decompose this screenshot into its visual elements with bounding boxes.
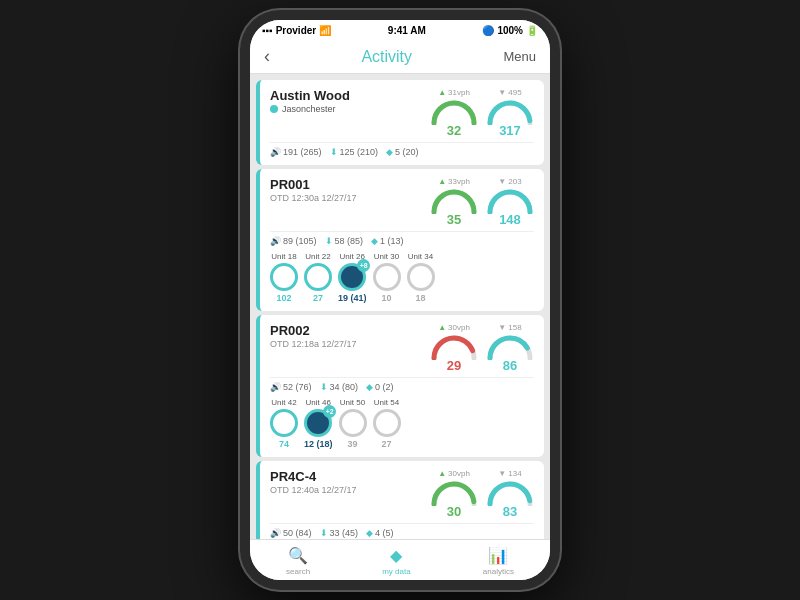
unit-18-circle (270, 263, 298, 291)
bottom-nav: 🔍 search ◆ my data 📊 analytics (250, 539, 550, 580)
stat-value-1: 50 (84) (283, 528, 312, 538)
stat-value-2: 58 (85) (335, 236, 364, 246)
stat-item-2: ⬇ 125 (210) (330, 147, 379, 157)
mic-icon: 🔊 (270, 147, 281, 157)
card-header: PR001 OTD 12:30a 12/27/17 ▲ 33vph (270, 177, 534, 227)
unit-34-label: Unit 34 (408, 252, 433, 261)
gauge-speed-visual (430, 332, 478, 360)
stat-item-3: ◆ 5 (20) (386, 147, 419, 157)
unit-46[interactable]: Unit 46 +2 12 (18) (304, 398, 333, 449)
units-row-pr002: Unit 42 74 Unit 46 +2 12 (18) Unit 50 (270, 398, 534, 449)
gauge-count-visual (486, 186, 534, 214)
stat-value-3: 5 (20) (395, 147, 419, 157)
mic-icon: 🔊 (270, 528, 281, 538)
nav-search-label: search (286, 567, 310, 576)
stat-value-1: 52 (76) (283, 382, 312, 392)
gauges-row: ▲ 30vph 29 ▼ (430, 323, 534, 373)
unit-54[interactable]: Unit 54 27 (373, 398, 401, 449)
unit-46-circle: +2 (304, 409, 332, 437)
stat-value-3: 1 (13) (380, 236, 404, 246)
gauge-count-label: ▼ 495 (498, 88, 521, 97)
unit-34-circle (407, 263, 435, 291)
card-pr001: PR001 OTD 12:30a 12/27/17 ▲ 33vph (256, 169, 544, 311)
unit-18[interactable]: Unit 18 102 (270, 252, 298, 303)
unit-50-circle (339, 409, 367, 437)
unit-50-label: Unit 50 (340, 398, 365, 407)
card-title: Austin Wood (270, 88, 350, 103)
gauge-speed-visual (430, 97, 478, 125)
gauge-speed-label: ▲ 31vph (438, 88, 470, 97)
unit-54-label: Unit 54 (374, 398, 399, 407)
gauge-count-value: 148 (499, 212, 521, 227)
gauge-count-label: ▼ 134 (498, 469, 521, 478)
unit-42[interactable]: Unit 42 74 (270, 398, 298, 449)
gauge-speed-visual (430, 186, 478, 214)
search-icon: 🔍 (288, 546, 308, 565)
nav-search[interactable]: 🔍 search (286, 546, 310, 576)
nav-bar: ‹ Activity Menu (250, 40, 550, 74)
nav-mydata[interactable]: ◆ my data (382, 546, 410, 576)
gauge-count-visual (486, 478, 534, 506)
stats-row: 🔊 89 (105) ⬇ 58 (85) ◆ 1 (13) (270, 236, 534, 246)
phone-shell: ▪▪▪ Provider 📶 9:41 AM 🔵 100% 🔋 ‹ Activi… (240, 10, 560, 590)
menu-button[interactable]: Menu (503, 49, 536, 64)
card-header: Austin Wood Jasonchester ▲ 31vph (270, 88, 534, 138)
nav-analytics-label: analytics (483, 567, 514, 576)
gauge-speed-value: 29 (447, 358, 461, 373)
card-location: Jasonchester (270, 104, 350, 114)
gauge-speed: ▲ 30vph 29 (430, 323, 478, 373)
back-button[interactable]: ‹ (264, 46, 270, 67)
unit-42-circle (270, 409, 298, 437)
unit-46-badge: +2 (323, 405, 336, 418)
diamond-icon: ◆ (366, 382, 373, 392)
stat-item-1: 🔊 50 (84) (270, 528, 312, 538)
gauge-speed: ▲ 33vph 35 (430, 177, 478, 227)
unit-18-label: Unit 18 (271, 252, 296, 261)
unit-22-count: 27 (313, 293, 323, 303)
mic-icon: 🔊 (270, 382, 281, 392)
unit-22[interactable]: Unit 22 27 (304, 252, 332, 303)
unit-30[interactable]: Unit 30 10 (373, 252, 401, 303)
stat-value-2: 125 (210) (340, 147, 379, 157)
unit-50[interactable]: Unit 50 39 (339, 398, 367, 449)
battery-label: 100% (497, 25, 523, 36)
stats-row: 🔊 52 (76) ⬇ 34 (80) ◆ 0 (2) (270, 382, 534, 392)
unit-34[interactable]: Unit 34 18 (407, 252, 435, 303)
analytics-icon: 📊 (488, 546, 508, 565)
status-time: 9:41 AM (388, 25, 426, 36)
battery-icon: 🔋 (526, 25, 538, 36)
card-austin-wood: Austin Wood Jasonchester ▲ 31vph (256, 80, 544, 165)
stat-item-3: ◆ 1 (13) (371, 236, 404, 246)
gauge-speed-value: 32 (447, 123, 461, 138)
unit-22-label: Unit 22 (305, 252, 330, 261)
location-dot (270, 105, 278, 113)
mic-icon: 🔊 (270, 236, 281, 246)
signal-icon: ▪▪▪ (262, 25, 273, 36)
diamond-icon: ◆ (386, 147, 393, 157)
card-subtitle: OTD 12:30a 12/27/17 (270, 193, 357, 203)
card-header: PR002 OTD 12:18a 12/27/17 ▲ 30vph (270, 323, 534, 373)
card-pr002: PR002 OTD 12:18a 12/27/17 ▲ 30vph (256, 315, 544, 457)
stat-value-1: 191 (265) (283, 147, 322, 157)
stat-item-2: ⬇ 33 (45) (320, 528, 359, 538)
card-subtitle: OTD 12:18a 12/27/17 (270, 339, 357, 349)
unit-30-label: Unit 30 (374, 252, 399, 261)
phone-screen: ▪▪▪ Provider 📶 9:41 AM 🔵 100% 🔋 ‹ Activi… (250, 20, 550, 580)
nav-analytics[interactable]: 📊 analytics (483, 546, 514, 576)
stats-row: 🔊 191 (265) ⬇ 125 (210) ◆ 5 (20) (270, 147, 534, 157)
stat-value-2: 33 (45) (330, 528, 359, 538)
gauge-speed-value: 30 (447, 504, 461, 519)
gauges-row: ▲ 30vph 30 ▼ (430, 469, 534, 519)
nav-title: Activity (361, 48, 412, 66)
unit-54-circle (373, 409, 401, 437)
card-title: PR001 (270, 177, 357, 192)
unit-26[interactable]: Unit 26 +8 19 (41) (338, 252, 367, 303)
down-icon: ⬇ (330, 147, 338, 157)
stat-item-2: ⬇ 34 (80) (320, 382, 359, 392)
gauge-count-label: ▼ 203 (498, 177, 521, 186)
unit-26-count: 19 (41) (338, 293, 367, 303)
stat-value-3: 0 (2) (375, 382, 394, 392)
unit-26-circle: +8 (338, 263, 366, 291)
content-area: Austin Wood Jasonchester ▲ 31vph (250, 74, 550, 539)
unit-30-count: 10 (382, 293, 392, 303)
